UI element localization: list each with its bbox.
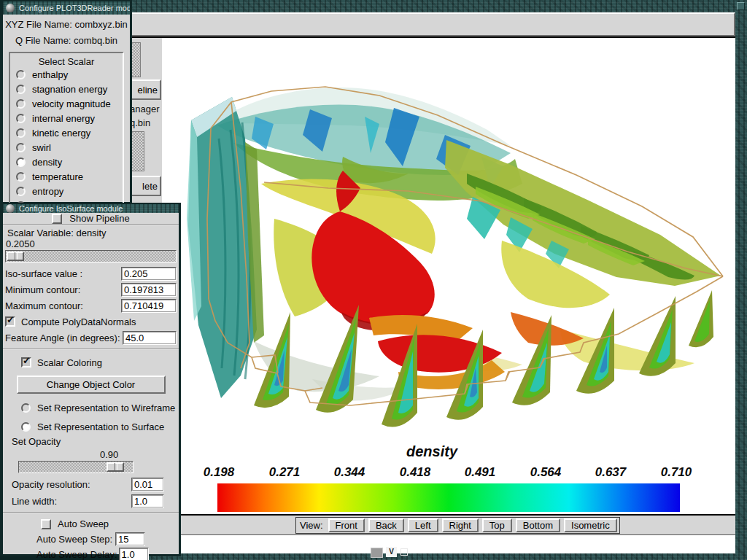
iso-slider-handle[interactable] [7, 252, 24, 261]
change-object-color-button[interactable]: Change Object Color [17, 376, 166, 394]
scalar-coloring-checkbox[interactable]: ✓ [21, 357, 31, 368]
line-width-field[interactable]: 1.0 [131, 494, 164, 508]
scalar-option-density[interactable]: density [10, 155, 123, 169]
show-pipeline-label: Show Pipeline [69, 213, 129, 224]
scalar-variable-label: Scalar Variable: density [5, 228, 177, 238]
minimized-window-icon-2[interactable]: V [386, 547, 397, 557]
compute-normals-label: Compute PolyDataNormals [21, 316, 136, 327]
scalar-option-label: temperature [32, 171, 83, 182]
auto-sweep-label: Auto Sweep [58, 518, 109, 529]
scalar-option-stagnation-energy[interactable]: stagnation energy [10, 82, 123, 96]
legend-label: 0.637 [581, 465, 640, 480]
radio-icon[interactable] [16, 70, 26, 79]
view-frame: View: Front Back Left Right Top Bottom I… [295, 517, 620, 534]
legend-label: 0.564 [516, 465, 575, 480]
wireframe-radio[interactable] [21, 403, 31, 413]
stipple-canvas-2 [130, 131, 144, 171]
main-app-window: eline anager q.bin lete anager [125, 0, 747, 560]
feature-angle-field[interactable]: 45.0 [123, 331, 177, 345]
view-left-button[interactable]: Left [408, 518, 438, 532]
select-scalar-frame: Select Scalar enthalpy stagnation energy… [9, 52, 124, 208]
radio-icon[interactable] [16, 114, 26, 123]
scalar-option-label: entropy [32, 186, 63, 197]
window-icon [6, 4, 15, 12]
view-bar: View: Front Back Left Right Top Bottom I… [162, 514, 735, 535]
manager-label-partial: anager [130, 104, 162, 114]
view-front-button[interactable]: Front [328, 518, 365, 532]
radio-icon[interactable] [16, 187, 26, 196]
view-isometric-button[interactable]: Isometric [564, 518, 617, 532]
legend-label: 0.418 [386, 465, 444, 480]
scalar-option-velocity-magnitude[interactable]: velocity magnitude [10, 96, 123, 111]
q-file-label: Q File Name: combq.bin [3, 35, 130, 46]
scalar-option-label: internal energy [32, 113, 95, 124]
compute-normals-checkbox[interactable]: ✓ [5, 316, 15, 327]
radio-icon[interactable] [16, 85, 26, 94]
scalar-option-label: density [32, 157, 62, 168]
opacity-slider-handle[interactable] [107, 462, 124, 472]
scalar-coloring-label: Scalar Coloring [37, 357, 102, 368]
scalar-option-label: stagnation energy [32, 84, 107, 95]
iso-value-field[interactable]: 0.205 [121, 267, 177, 281]
radio-icon[interactable] [16, 172, 26, 182]
auto-sweep-delay-field[interactable]: 1.0 [119, 548, 149, 560]
scalar-option-label: swirl [32, 142, 51, 153]
iso-title: Configure IsoSurface module [19, 204, 123, 213]
scalar-option-kinetic-energy[interactable]: kinetic energy [10, 125, 123, 140]
scalar-option-temperature[interactable]: temperature [10, 169, 123, 184]
auto-sweep-step-field[interactable]: 15 [115, 532, 145, 546]
radio-icon[interactable] [16, 143, 26, 152]
iso-value-slider[interactable] [5, 250, 177, 262]
resize-corner-icon[interactable] [737, 2, 745, 10]
plot3d-title: Configure PLOT3DReader modul [19, 4, 130, 12]
radio-icon[interactable] [16, 158, 26, 167]
render-viewport[interactable]: density 0.198 0.271 0.344 0.418 0.491 0.… [162, 38, 735, 553]
plot3d-titlebar[interactable]: Configure PLOT3DReader modul [3, 1, 130, 15]
view-bottom-button[interactable]: Bottom [516, 518, 560, 532]
opacity-resolution-label: Opacity resolution: [12, 479, 90, 490]
iso-value-label: Iso-surface value : [5, 268, 82, 279]
plot3d-reader-dialog: Configure PLOT3DReader modul XYZ File Na… [0, 0, 132, 204]
scalar-option-entropy[interactable]: entropy [10, 184, 123, 198]
radio-icon[interactable] [16, 128, 26, 138]
max-contour-field[interactable]: 0.710419 [121, 299, 177, 313]
view-top-button[interactable]: Top [482, 518, 512, 532]
bin-label-partial: q.bin [130, 117, 162, 128]
legend-label: 0.710 [647, 465, 705, 480]
radio-icon[interactable] [16, 99, 26, 109]
max-contour-label: Maximum contour: [5, 300, 83, 311]
scalar-option-label: kinetic energy [32, 128, 90, 139]
isosurface-rendering[interactable] [162, 38, 735, 513]
scalar-option-label: velocity magnitude [32, 98, 111, 109]
opacity-resolution-field[interactable]: 0.01 [131, 478, 164, 491]
desktop: { "main_window": { "sidebar_partial": { … [0, 0, 747, 560]
view-right-button[interactable]: Right [442, 518, 479, 532]
isosurface-dialog: Configure IsoSurface module ✓ Show Pipel… [0, 203, 181, 556]
minimized-window-icon[interactable] [371, 548, 383, 558]
legend-label: 0.198 [190, 465, 248, 480]
colorbar [217, 483, 680, 512]
scalar-option-enthalpy[interactable]: enthalpy [10, 67, 123, 82]
legend-label: 0.344 [320, 465, 379, 480]
opacity-slider[interactable] [18, 461, 133, 473]
scalar-option-internal-energy[interactable]: internal energy [10, 111, 123, 125]
scalar-option-swirl[interactable]: swirl [10, 140, 123, 155]
legend-title: density [162, 443, 702, 460]
iso-titlebar[interactable]: Configure IsoSurface module [3, 204, 179, 213]
auto-sweep-checkbox[interactable]: ✓ [41, 519, 51, 529]
line-width-label: Line width: [12, 496, 57, 507]
select-scalar-title: Select Scalar [10, 56, 123, 67]
surface-radio[interactable] [21, 422, 31, 432]
minimized-window-outline-icon[interactable] [400, 548, 408, 556]
iso-slider-value: 0.2050 [5, 238, 177, 249]
legend-label: 0.491 [451, 465, 509, 480]
set-opacity-label: Set Opacity [5, 436, 177, 449]
auto-sweep-step-label: Auto Sweep Step: [36, 534, 112, 545]
opacity-slider-value: 0.90 [5, 449, 177, 461]
min-contour-field[interactable]: 0.197813 [121, 283, 177, 297]
view-back-button[interactable]: Back [368, 518, 404, 532]
show-pipeline-checkbox[interactable]: ✓ [52, 214, 62, 224]
legend-label: 0.271 [255, 465, 314, 480]
min-contour-label: Minimum contour: [5, 284, 80, 295]
menu-bar [130, 12, 735, 36]
